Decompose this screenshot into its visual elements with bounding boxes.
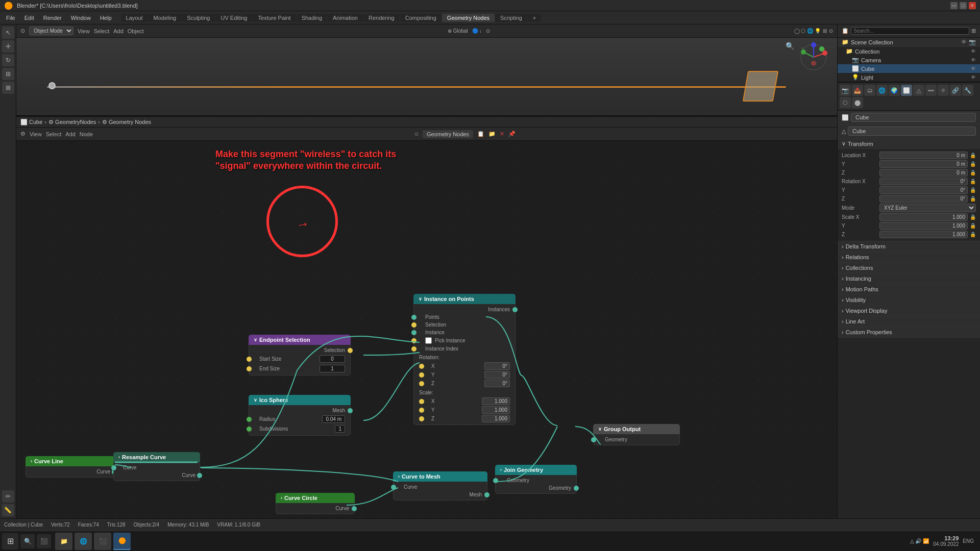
eye-icon-cube[interactable]: 👁 <box>971 66 976 71</box>
viewport-add-menu[interactable]: Add <box>113 28 124 34</box>
viewport-overlay-btn[interactable]: ⊞ <box>823 28 827 34</box>
tab-sculpting[interactable]: Sculpting <box>182 14 215 22</box>
tool-annotate[interactable]: ✏ <box>2 490 14 503</box>
scale-y-value[interactable]: 1.000 <box>482 406 510 414</box>
props-icon-mesh[interactable]: △ <box>913 85 924 96</box>
tab-scripting[interactable]: Scripting <box>495 14 527 22</box>
tab-compositing[interactable]: Compositing <box>400 14 442 22</box>
props-icon-render[interactable]: 📷 <box>840 85 851 96</box>
node-join-geometry[interactable]: › Join Geometry Geometry Geometry <box>495 465 577 494</box>
scale-y-val-props[interactable]: 1.000 <box>879 222 968 230</box>
rotation-y-val-props[interactable]: 0° <box>879 186 968 194</box>
scale-x-value[interactable]: 1.000 <box>482 397 510 405</box>
node-select-menu[interactable]: Select <box>46 131 62 137</box>
rotation-z-lock[interactable]: 🔒 <box>970 196 976 202</box>
viewport-view-menu[interactable]: View <box>78 28 90 34</box>
props-icon-modifiers[interactable]: 🔧 <box>962 85 973 96</box>
node-add-menu[interactable]: Add <box>65 131 76 137</box>
taskview-btn[interactable]: ⬛ <box>37 534 51 548</box>
location-y-val[interactable]: 0 m <box>879 160 968 168</box>
props-icon-object-data[interactable]: ⬡ <box>840 97 851 108</box>
viewport-select-menu[interactable]: Select <box>94 28 110 34</box>
endpoint-end-input[interactable] <box>320 365 345 372</box>
tool-transform[interactable]: ⊠ <box>2 82 14 94</box>
outliner-filter-btn[interactable]: ⊞ <box>971 28 976 34</box>
node-curve-line[interactable]: › Curve Line Curve <box>26 456 115 478</box>
tab-uv-editing[interactable]: UV Editing <box>215 14 252 22</box>
props-icon-output[interactable]: 📤 <box>852 85 863 96</box>
line-art-header[interactable]: › Line Art <box>838 316 980 327</box>
visibility-header[interactable]: › Visibility <box>838 295 980 305</box>
collections-header[interactable]: › Collections <box>838 263 980 273</box>
tool-cursor[interactable]: ↖ <box>2 27 14 39</box>
location-x-val[interactable]: 0 m <box>879 152 968 159</box>
scale-z-value[interactable]: 1.000 <box>482 415 510 422</box>
start-button[interactable]: ⊞ <box>2 533 18 549</box>
rotation-x-val-props[interactable]: 0° <box>879 178 968 185</box>
node-curve-to-mesh[interactable]: › Curve to Mesh Curve Mesh <box>393 471 487 500</box>
snap-controls[interactable]: 🔵 ↓ <box>472 28 482 34</box>
pick-instance-checkbox[interactable] <box>425 337 432 344</box>
close-button[interactable]: ✕ <box>969 2 976 9</box>
node-endpoint-selection[interactable]: ∨ Endpoint Selection Selection Start Siz… <box>249 335 351 375</box>
outliner-search[interactable] <box>851 27 969 35</box>
instancing-header[interactable]: › Instancing <box>838 273 980 284</box>
rotation-z-val-props[interactable]: 0° <box>879 195 968 203</box>
props-icon-object[interactable]: ⬜ <box>901 85 912 96</box>
rotation-z-value[interactable]: 0° <box>484 380 510 387</box>
location-z-lock[interactable]: 🔒 <box>970 170 976 176</box>
props-icon-world[interactable]: 🌍 <box>889 85 900 96</box>
outliner-item-light[interactable]: 💡 Light 👁 <box>838 73 980 82</box>
scale-x-val-props[interactable]: 1.000 <box>879 213 968 221</box>
viewport-gizmo-btn[interactable]: ⊙ <box>829 28 833 34</box>
tool-measure[interactable]: 📏 <box>2 504 14 516</box>
camera-icon-scene[interactable]: 📷 <box>969 39 976 45</box>
ico-subdiv-value[interactable]: 1 <box>335 425 345 433</box>
viewport-shading-icons[interactable]: ◯ ⬡ 🌐 💡 <box>794 28 821 34</box>
menu-help[interactable]: Help <box>96 14 116 22</box>
eye-icon-scene[interactable]: 👁 <box>961 39 967 45</box>
viewport-mode-select[interactable]: Object Mode <box>29 27 74 35</box>
node-new-btn[interactable]: 📋 <box>477 131 484 137</box>
outliner-item-cube[interactable]: ⬜ Cube 👁 <box>838 64 980 73</box>
taskbar-explorer[interactable]: 📁 <box>55 533 72 550</box>
maximize-button[interactable]: □ <box>960 2 967 9</box>
menu-render[interactable]: Render <box>39 14 66 22</box>
eye-icon-camera[interactable]: 👁 <box>971 57 976 63</box>
taskbar-chrome[interactable]: 🌐 <box>75 533 92 550</box>
outliner-item-camera[interactable]: 📷 Camera 👁 <box>838 56 980 64</box>
taskbar-blender[interactable]: 🟠 <box>113 533 131 550</box>
node-pin-btn[interactable]: 📌 <box>508 131 516 137</box>
location-y-lock[interactable]: 🔒 <box>970 161 976 167</box>
props-icon-constraints[interactable]: 🔗 <box>950 85 961 96</box>
viewport-object-menu[interactable]: Object <box>128 28 144 34</box>
object-name-input[interactable]: Cube <box>851 113 976 122</box>
scale-y-lock[interactable]: 🔒 <box>970 223 976 229</box>
scale-z-lock[interactable]: 🔒 <box>970 232 976 237</box>
props-icon-view-layer[interactable]: 🗂 <box>864 85 875 96</box>
props-icon-particles[interactable]: ••• <box>925 85 937 96</box>
scale-z-val-props[interactable]: 1.000 <box>879 231 968 238</box>
tool-rotate[interactable]: ↻ <box>2 54 14 66</box>
taskbar-terminal[interactable]: ⬛ <box>94 533 111 550</box>
tab-modeling[interactable]: Modeling <box>149 14 182 22</box>
rotation-x-value[interactable]: 0° <box>484 362 510 370</box>
custom-properties-header[interactable]: › Custom Properties <box>838 327 980 337</box>
scale-x-lock[interactable]: 🔒 <box>970 214 976 220</box>
tab-add[interactable]: + <box>528 14 541 22</box>
tool-scale[interactable]: ⊞ <box>2 68 14 80</box>
breadcrumb-item-1[interactable]: ⚙ GeometryNodes <box>48 119 96 126</box>
search-taskbar-btn[interactable]: 🔍 <box>20 534 35 548</box>
node-curve-circle[interactable]: › Curve Circle Curve <box>276 493 355 514</box>
eye-icon-coll[interactable]: 👁 <box>971 48 976 54</box>
breadcrumb-item-2[interactable]: ⚙ Geometry Nodes <box>102 119 151 126</box>
global-local-toggle[interactable]: ⊕ Global <box>448 28 468 34</box>
node-node-menu[interactable]: Node <box>80 131 93 137</box>
node-instance-on-points[interactable]: ∨ Instance on Points Instances <box>413 294 516 425</box>
delta-transform-header[interactable]: › Delta Transform <box>838 241 980 252</box>
node-close-btn[interactable]: ✕ <box>500 131 504 137</box>
rotation-mode-select[interactable]: XYZ Euler <box>879 204 976 212</box>
zoom-extents-icon[interactable]: 🔍 <box>786 42 794 50</box>
rotation-x-lock[interactable]: 🔒 <box>970 179 976 184</box>
node-resample-curve[interactable]: › Resample Curve Curve Curve <box>113 452 200 481</box>
